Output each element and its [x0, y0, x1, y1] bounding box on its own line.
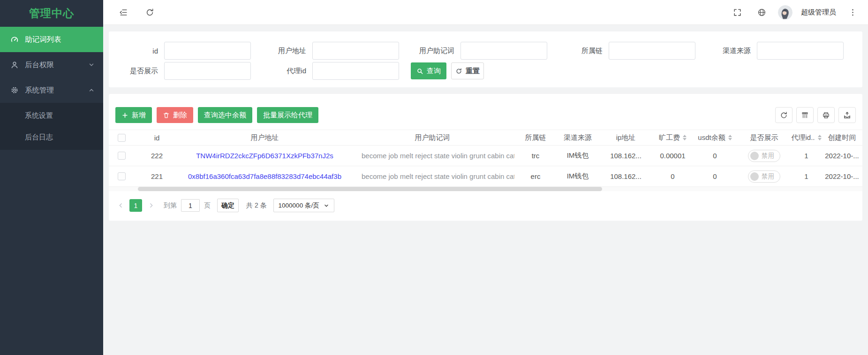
sort-icon[interactable] — [728, 135, 732, 140]
goto-page-input[interactable] — [181, 199, 200, 212]
export-icon[interactable] — [838, 107, 856, 123]
pagination: 1 到第 页 确定 共 2 条 1000000 条/页 — [109, 197, 862, 216]
cell-usdt: 0 — [693, 172, 737, 180]
field-display-label: 是否展示 — [109, 67, 164, 76]
col-created: 创建时间 — [822, 133, 862, 142]
page-size-select[interactable]: 1000000 条/页 — [273, 199, 334, 212]
field-mnemonic-label: 用户助记词 — [399, 46, 460, 55]
search-icon — [416, 68, 423, 75]
user-address-link[interactable]: TNW4irRDZ2ckcZFp6D6371XzkPFb37nJ2s — [196, 152, 333, 160]
field-channel: 渠道来源 — [695, 42, 844, 60]
sidebar-item-system-settings[interactable]: 系统设置 — [0, 105, 103, 126]
agent-id-input[interactable] — [312, 62, 399, 80]
user-mnemonic-input[interactable] — [460, 42, 547, 60]
toggle-knob — [750, 152, 759, 160]
sidebar-item-backend-permission[interactable]: 后台权限 — [0, 52, 103, 77]
sidebar-item-system-management[interactable]: 系统管理 — [0, 77, 103, 103]
sort-icon[interactable] — [818, 135, 822, 140]
row-checkbox[interactable] — [118, 172, 126, 180]
add-button[interactable]: 新增 — [115, 107, 152, 123]
more-menu-icon[interactable] — [845, 4, 860, 20]
add-button-label: 新增 — [132, 111, 146, 120]
display-toggle-off[interactable]: 禁用 — [748, 150, 780, 162]
field-agent-label: 代理id — [251, 67, 312, 76]
current-page-button[interactable]: 1 — [129, 199, 142, 212]
select-all-checkbox[interactable] — [118, 134, 126, 142]
cell-channel: IM钱包 — [557, 151, 599, 160]
reset-button[interactable]: 重置 — [451, 62, 484, 79]
col-fee-label: 旷工费 — [659, 133, 680, 142]
field-address: 用户地址 — [251, 42, 399, 60]
user-address-input[interactable] — [312, 42, 399, 60]
refresh-page-icon[interactable] — [142, 4, 158, 20]
cell-chain: erc — [514, 172, 557, 180]
field-address-label: 用户地址 — [251, 46, 312, 55]
toggle-label: 禁用 — [762, 172, 774, 181]
app-root: 管理中心 助记词列表 后台权限 系统管理 — [0, 0, 868, 355]
query-button[interactable]: 查询 — [411, 62, 446, 79]
prev-page-icon[interactable] — [115, 199, 126, 212]
cell-mnemonic: become job melt reject state violin grun… — [350, 152, 514, 160]
query-button-label: 查询 — [427, 67, 441, 76]
query-selected-balance-button[interactable]: 查询选中余额 — [198, 107, 252, 123]
col-usdt-sortable[interactable]: usdt余额 — [693, 133, 737, 142]
col-agent-sortable[interactable]: 代理id.. — [791, 133, 822, 142]
col-agent-label: 代理id.. — [791, 133, 815, 142]
sidebar-subitem-label: 系统设置 — [25, 111, 53, 120]
language-globe-icon[interactable] — [754, 4, 770, 20]
sidebar-subitem-label: 后台日志 — [25, 133, 53, 142]
content-area: id 用户地址 用户助记词 所属链 — [103, 25, 868, 227]
toggle-label: 禁用 — [762, 152, 774, 160]
cell-created: 2022-10-... — [822, 172, 862, 180]
chevron-down-icon — [324, 203, 329, 208]
collapse-sidebar-icon[interactable] — [115, 4, 131, 20]
table-panel: 新增 删除 查询选中余额 批量展示给代理 — [109, 94, 862, 221]
col-user-mnemonic: 用户助记词 — [350, 133, 514, 142]
row-checkbox[interactable] — [118, 152, 126, 160]
column-filter-icon[interactable] — [796, 107, 814, 123]
table-row: 222 TNW4irRDZ2ckcZFp6D6371XzkPFb37nJ2s b… — [109, 146, 862, 166]
reset-icon — [455, 68, 462, 75]
cell-agent: 1 — [791, 172, 822, 180]
channel-input[interactable] — [757, 42, 844, 60]
field-id: id — [109, 42, 251, 60]
table-refresh-icon[interactable] — [775, 107, 793, 123]
page-size-value: 1000000 条/页 — [279, 201, 319, 210]
next-page-icon[interactable] — [146, 199, 156, 212]
cell-id: 222 — [135, 152, 179, 160]
col-usdt-label: usdt余额 — [698, 133, 725, 142]
table-toolbar: 新增 删除 查询选中余额 批量展示给代理 — [109, 107, 862, 130]
cell-channel: IM钱包 — [557, 172, 599, 181]
sidebar-item-mnemonic-list[interactable]: 助记词列表 — [0, 27, 103, 52]
goto-page-label: 到第 — [164, 201, 177, 210]
sidebar-item-backend-logs[interactable]: 后台日志 — [0, 126, 103, 148]
chain-input[interactable] — [609, 42, 695, 60]
print-icon[interactable] — [817, 107, 835, 123]
total-count-label: 共 2 条 — [246, 201, 267, 210]
app-title: 管理中心 — [0, 0, 103, 27]
display-toggle-off[interactable]: 禁用 — [748, 170, 780, 183]
current-user-name[interactable]: 超级管理员 — [801, 8, 836, 17]
display-input[interactable] — [164, 62, 251, 80]
cell-ip: 108.162... — [599, 172, 653, 180]
chevron-down-icon — [88, 62, 95, 68]
cell-id: 221 — [135, 172, 179, 180]
col-fee-sortable[interactable]: 旷工费 — [653, 133, 693, 142]
cell-agent: 1 — [791, 152, 822, 160]
page-unit-label: 页 — [204, 201, 211, 210]
chevron-up-icon — [88, 87, 95, 93]
delete-button[interactable]: 删除 — [157, 107, 193, 123]
cell-created: 2022-10-... — [822, 152, 862, 160]
horizontal-scrollbar-thumb[interactable] — [138, 187, 602, 191]
cell-chain: trc — [514, 152, 557, 160]
reset-button-label: 重置 — [466, 67, 480, 76]
batch-display-to-agent-button[interactable]: 批量展示给代理 — [257, 107, 318, 123]
user-avatar[interactable] — [778, 5, 793, 20]
sort-icon[interactable] — [683, 135, 687, 140]
user-address-link[interactable]: 0x8bf16a360fca63d7fa8e88f83283d74ebc44af… — [188, 172, 341, 180]
id-input[interactable] — [164, 42, 251, 60]
col-chain: 所属链 — [514, 133, 557, 142]
table-header-row: id 用户地址 用户助记词 所属链 渠道来源 ip地址 旷工费 usdt余额 是… — [109, 130, 862, 146]
goto-confirm-button[interactable]: 确定 — [217, 199, 239, 212]
fullscreen-icon[interactable] — [729, 4, 745, 20]
